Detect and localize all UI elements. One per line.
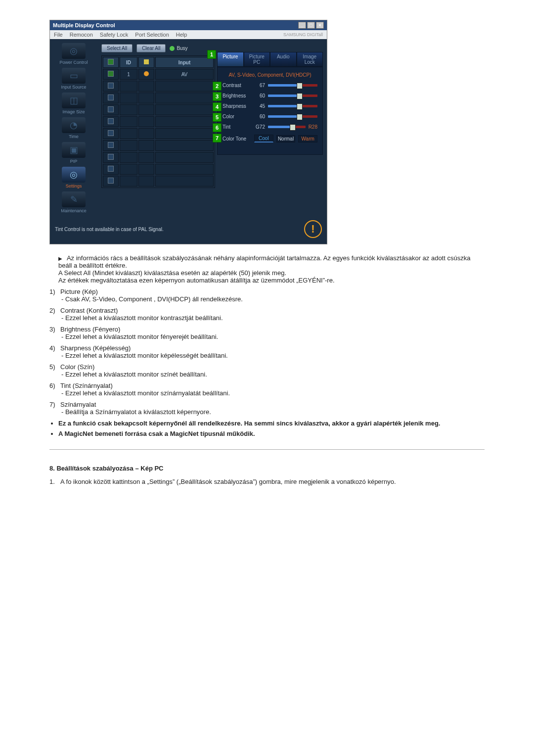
slider-sharpness[interactable]: 4Sharpness45 <box>222 103 317 109</box>
row-checkbox[interactable] <box>108 94 114 100</box>
sidebar-item-time[interactable]: ◔Time <box>53 117 94 139</box>
sidebar-item-maintenance[interactable]: ✎Maintenance <box>53 191 94 213</box>
sidebar-item-label: PIP <box>70 159 78 164</box>
sidebar-item-power-control[interactable]: ◎Power Control <box>53 43 94 65</box>
menu-port-selection[interactable]: Port Selection <box>135 32 169 38</box>
tone-warm-button[interactable]: Warm <box>298 135 317 142</box>
item-1: 1)Picture (Kép) <box>49 288 485 295</box>
cell-id: 1 <box>120 69 137 80</box>
slider-tint[interactable]: 6TintG72R28 <box>222 124 317 130</box>
menu-help[interactable]: Help <box>176 32 187 38</box>
menu-file[interactable]: File <box>54 32 63 38</box>
time-icon: ◔ <box>62 117 86 133</box>
slider-value: 60 <box>254 114 265 119</box>
select-all-button[interactable]: Select All <box>101 44 133 52</box>
titlebar: Multiple Display Control _ □ × <box>50 20 327 30</box>
item-number: 7) <box>49 401 57 408</box>
sidebar-item-label: Time <box>69 134 79 139</box>
table-row <box>103 164 214 175</box>
table-row <box>103 152 214 163</box>
row-checkbox[interactable] <box>108 154 114 160</box>
tint-right: R28 <box>309 124 317 130</box>
table-row <box>103 116 214 127</box>
row-checkbox[interactable] <box>108 166 114 172</box>
step-number: 1. <box>49 478 57 485</box>
row-checkbox[interactable] <box>108 178 114 184</box>
item-title: Color (Szín) <box>60 363 94 371</box>
settings-icon: ◎ <box>62 167 86 183</box>
table-row[interactable]: 1 AV <box>103 69 214 80</box>
intro-line: A Select All (Mindet kiválaszt) kiválasz… <box>58 269 286 277</box>
app-window: Multiple Display Control _ □ × File Remo… <box>49 20 327 244</box>
sidebar-item-pip[interactable]: ▣PIP <box>53 142 94 164</box>
item-6: 6)Tint (Színárnyalat) <box>49 382 485 389</box>
maximize-icon[interactable]: □ <box>307 22 315 29</box>
tab-picture-pc[interactable]: Picture PC <box>244 52 270 67</box>
item-sub: - Ezzel lehet a kiválasztott monitor fén… <box>61 333 485 340</box>
table-row <box>103 93 214 103</box>
sidebar-item-image-size[interactable]: ◫Image Size <box>53 93 94 114</box>
menu-safety-lock[interactable]: Safety Lock <box>100 32 128 38</box>
row-checkbox[interactable] <box>108 142 114 148</box>
item-title: Színárnyalat <box>60 401 96 408</box>
sidebar-item-label: Image Size <box>62 109 85 114</box>
callout-7: 7 <box>213 134 222 142</box>
callout-5: 5 <box>213 113 222 122</box>
settings-panel: 1 Picture Picture PC Audio Image Lock AV… <box>217 52 323 155</box>
menubar: File Remocon Safety Lock Port Selection … <box>50 30 327 39</box>
slider-track[interactable] <box>268 84 317 87</box>
note-item: A MagicNet bemeneti forrása csak a Magic… <box>58 430 485 437</box>
sidebar-item-label: Maintenance <box>61 208 87 213</box>
item-sub: - Ezzel lehet a kiválasztott monitor kon… <box>61 314 485 322</box>
tone-cool-button[interactable]: Cool <box>254 135 273 142</box>
row-checkbox[interactable] <box>108 118 114 124</box>
item-sub: - Csak AV, S-Video, Component , DVI(HDCP… <box>61 295 485 303</box>
slider-label: Sharpness <box>222 103 251 109</box>
slider-track[interactable] <box>268 115 317 118</box>
sidebar-item-input-source[interactable]: ▭Input Source <box>53 68 94 90</box>
slider-track[interactable] <box>268 94 317 97</box>
sidebar-item-label: Settings <box>66 184 82 189</box>
status-bar: Tint Control is not available in case of… <box>50 217 327 244</box>
slider-contrast[interactable]: 2Contrast67 <box>222 83 317 88</box>
row-checkbox[interactable] <box>108 106 114 112</box>
table-row <box>103 104 214 115</box>
clear-all-button[interactable]: Clear All <box>136 44 166 52</box>
slider-brightness[interactable]: 3Brightness60 <box>222 93 317 98</box>
row-checkbox[interactable] <box>108 130 114 136</box>
divider <box>49 449 485 450</box>
status-dot-icon <box>144 71 149 76</box>
close-icon[interactable]: × <box>316 22 324 29</box>
note-text: Ez a funkció csak bekapcsolt képernyőnél… <box>58 420 440 427</box>
item-number: 5) <box>49 363 57 371</box>
item-title: Picture (Kép) <box>60 288 98 295</box>
header-checkbox[interactable] <box>108 59 114 65</box>
power-icon: ◎ <box>62 43 86 59</box>
tone-normal-button[interactable]: Normal <box>276 135 296 142</box>
row-checkbox[interactable] <box>108 83 114 89</box>
col-id: ID <box>120 57 137 68</box>
slider-label: Color <box>222 114 251 119</box>
row-checkbox[interactable] <box>108 71 114 77</box>
busy-label: Busy <box>177 46 187 51</box>
tab-picture[interactable]: Picture <box>217 52 244 67</box>
slider-label: Brightness <box>222 93 251 98</box>
item-sub: - Ezzel lehet a kiválasztott monitor szí… <box>61 389 485 397</box>
tone-label: Color Tone <box>222 136 251 142</box>
tab-audio[interactable]: Audio <box>270 52 297 67</box>
item-3: 3)Brightness (Fényero) <box>49 326 485 333</box>
slider-value: 45 <box>254 103 265 109</box>
menu-remocon[interactable]: Remocon <box>70 32 93 38</box>
item-2: 2)Contrast (Kontraszt) <box>49 307 485 314</box>
notes-list: Ez a funkció csak bekapcsolt képernyőnél… <box>49 420 485 437</box>
slider-track[interactable] <box>268 105 317 107</box>
slider-color[interactable]: 5Color60 <box>222 114 317 119</box>
item-title: Sharpness (Képélesség) <box>60 344 131 352</box>
status-message: Tint Control is not available in case of… <box>55 227 164 232</box>
item-sub: - Ezzel lehet a kiválasztott monitor kép… <box>61 352 485 359</box>
sidebar-item-settings[interactable]: ◎Settings <box>53 167 94 189</box>
tab-image-lock[interactable]: Image Lock <box>297 52 323 67</box>
slider-track[interactable] <box>268 126 306 128</box>
item-sub: - Ezzel lehet a kiválasztott monitor szí… <box>61 371 485 378</box>
minimize-icon[interactable]: _ <box>298 22 306 29</box>
